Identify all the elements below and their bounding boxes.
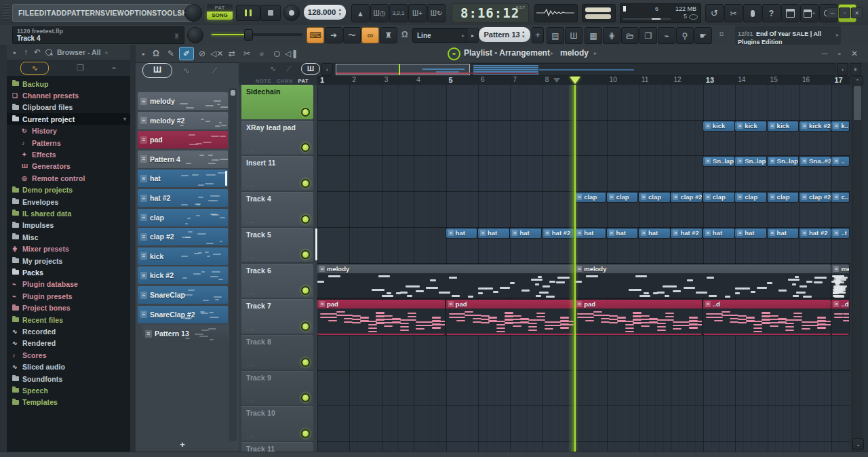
save-button[interactable] <box>781 4 800 22</box>
pattern-card-clap[interactable]: ≡clap <box>138 209 228 226</box>
clip--[interactable]: ≡.. <box>831 157 849 166</box>
browser-item-plugin-database[interactable]: ⌁Plugin database <box>7 279 130 290</box>
filter-patterns-icon[interactable]: Ш <box>301 63 320 75</box>
track-mute-led[interactable] <box>301 358 310 367</box>
browser-item-templates[interactable]: Templates <box>7 397 130 408</box>
browser-item-il-shared-data[interactable]: IL shared data <box>7 207 130 219</box>
pattern-card-pattern-13[interactable]: ≡Pattern 13 <box>142 325 233 342</box>
track-header-sidechain[interactable]: Sidechain... <box>241 85 313 119</box>
touch-button[interactable]: ☛ <box>694 27 712 44</box>
channel-rack-button[interactable]: ▦ <box>585 27 602 44</box>
playlist-maximize-icon[interactable]: ▫ <box>833 47 846 60</box>
oscilloscope[interactable] <box>534 4 578 22</box>
track-options[interactable]: ... <box>247 218 254 224</box>
browser-item-sliced-audio[interactable]: ∿Sliced audio <box>7 361 130 373</box>
browser-item-current-project[interactable]: Current project▾ <box>7 113 130 125</box>
clip-k-[interactable]: ≡k.. <box>831 121 849 131</box>
playlist-crumb[interactable]: melody <box>560 48 589 58</box>
pitch-slider-thumb[interactable] <box>244 29 253 41</box>
browser-item-misc[interactable]: Misc <box>7 231 130 243</box>
bpm-display[interactable]: 128.000▲▼ <box>304 5 346 20</box>
pattern-card-kick-2[interactable]: ≡kick #2 <box>138 266 228 284</box>
clip-sna-2[interactable]: ≡Sna..#2 <box>800 157 831 166</box>
scroll-down-button[interactable]: ⌄ <box>852 438 864 450</box>
pattern-card-melody[interactable]: ≡melody <box>138 92 228 110</box>
browser-item-rendered[interactable]: ∿Rendered <box>7 338 130 349</box>
track-header-track-9[interactable]: Track 9... <box>241 371 313 405</box>
track-mute-led[interactable] <box>301 215 310 224</box>
ruler-mode-note[interactable]: NOTE <box>256 78 271 84</box>
playlist-button[interactable]: ▤ <box>547 27 564 44</box>
timeline-ruler[interactable]: 123456781011121314151617 <box>317 76 850 85</box>
menu-file[interactable]: FILE <box>18 9 35 17</box>
maximize-button[interactable]: ▫ <box>839 7 850 18</box>
countdown-button[interactable]: 3,2,1 <box>389 4 408 22</box>
pattern-card-melody-2[interactable]: ≡melody #2 <box>138 112 228 130</box>
collapse-arrow-icon[interactable]: ▾ <box>123 116 126 122</box>
piano-roll-button[interactable]: Ш <box>565 27 583 44</box>
add-pattern-button[interactable]: + <box>532 27 544 43</box>
browser-item-backup[interactable]: Backup <box>7 78 130 90</box>
plugin-picker-button[interactable]: ❐ <box>639 27 657 44</box>
browser-item-speech[interactable]: Speech <box>7 384 130 396</box>
pat-mode-button[interactable]: PAT <box>207 4 233 12</box>
clip--d[interactable]: ≡..d <box>831 300 849 335</box>
overdub-button[interactable]: Ш↻ <box>427 4 446 22</box>
pattern-card-hat[interactable]: ≡hat <box>138 170 228 187</box>
minimize-button[interactable]: ─ <box>827 7 838 18</box>
browser-item-mixer-presets[interactable]: ⋕Mixer presets <box>7 243 130 255</box>
pattern-menu-button[interactable]: ▸ <box>467 28 479 43</box>
vscroll-thumb[interactable] <box>854 86 861 120</box>
menu-tools[interactable]: TOOLS <box>157 9 182 17</box>
track-mute-led[interactable] <box>301 179 310 188</box>
playhead-marker-icon[interactable] <box>570 77 580 84</box>
slice-tool-icon[interactable]: ✂ <box>240 47 254 60</box>
picker-tab-automation-icon[interactable]: ⟋ <box>212 66 217 75</box>
tab-samples[interactable]: ∿ <box>20 62 49 75</box>
clip--d[interactable]: ≡..d <box>703 300 831 335</box>
browser-item-effects[interactable]: ✦Effects <box>7 148 130 160</box>
news-ticker[interactable]: 12/01 End Of Year SALE | All Plugins Edi… <box>735 26 841 45</box>
clip-sn-lap[interactable]: ≡Sn..lap <box>703 157 734 166</box>
song-mode-button[interactable]: SONG <box>207 12 233 20</box>
browser-menu-icon[interactable]: ▸ <box>12 46 18 58</box>
track-header-track-10[interactable]: Track 10... <box>241 406 313 441</box>
clip-sn-lap[interactable]: ≡Sn..lap <box>768 157 799 166</box>
song-overview[interactable] <box>334 63 835 76</box>
clip-hat[interactable]: ≡hat <box>735 228 766 238</box>
clip-clap[interactable]: ≡clap <box>607 193 638 202</box>
clip-clap[interactable]: ≡clap <box>574 193 606 202</box>
track-options[interactable]: ... <box>247 325 254 332</box>
clip-clap[interactable]: ≡clap <box>703 193 734 202</box>
clip-mel[interactable]: ≡mel <box>831 264 849 298</box>
browser-item-patterns[interactable]: ♪Patterns <box>7 137 130 148</box>
clip-c-[interactable]: ≡c.. <box>831 193 849 202</box>
playlist-title[interactable]: Playlist - Arrangement <box>464 48 550 58</box>
track-mute-led[interactable] <box>301 250 310 259</box>
loop-marker-icon[interactable] <box>553 78 560 83</box>
clip-pad[interactable]: ≡pad <box>574 300 702 335</box>
playlist-minimize-icon[interactable]: ─ <box>818 47 831 60</box>
clip-clap[interactable]: ≡clap <box>735 193 766 202</box>
browser-item-generators[interactable]: ШGenerators <box>7 161 130 172</box>
snap-selector[interactable]: Line▸ <box>412 28 469 43</box>
scroll-left-button[interactable]: ‹ <box>321 63 333 76</box>
mixer-button[interactable]: ⋕ <box>603 27 620 44</box>
browser-item-remote-control[interactable]: ◎Remote control <box>7 172 130 184</box>
pattern-card-snareclap[interactable]: ≡SnareClap <box>138 286 228 304</box>
paint-brush-icon[interactable]: ✐ <box>179 47 194 60</box>
clip-hat-2[interactable]: ≡hat #2 <box>671 228 702 238</box>
browser-item-recent-files[interactable]: Recent files <box>7 314 130 325</box>
note-slide-button[interactable]: 〜 <box>343 27 361 43</box>
track-mute-led[interactable] <box>301 322 310 331</box>
step-edit-button[interactable]: ➜ <box>325 27 342 43</box>
browser-item-impulses[interactable]: Impulses <box>7 220 130 231</box>
browser-up-icon[interactable]: ↑ <box>22 46 29 58</box>
track-header-track-5[interactable]: Track 5... <box>241 228 313 262</box>
filter-automation-icon[interactable]: ⟋ <box>286 64 292 73</box>
play-pause-button[interactable] <box>236 5 260 21</box>
clip-hat-2[interactable]: ≡hat #2 <box>800 228 831 238</box>
clip-clap[interactable]: ≡clap <box>768 193 799 202</box>
browser-item-recorded[interactable]: ∿Recorded <box>7 325 130 337</box>
pattern-selector[interactable]: Pattern 13▲▼ <box>479 27 530 42</box>
